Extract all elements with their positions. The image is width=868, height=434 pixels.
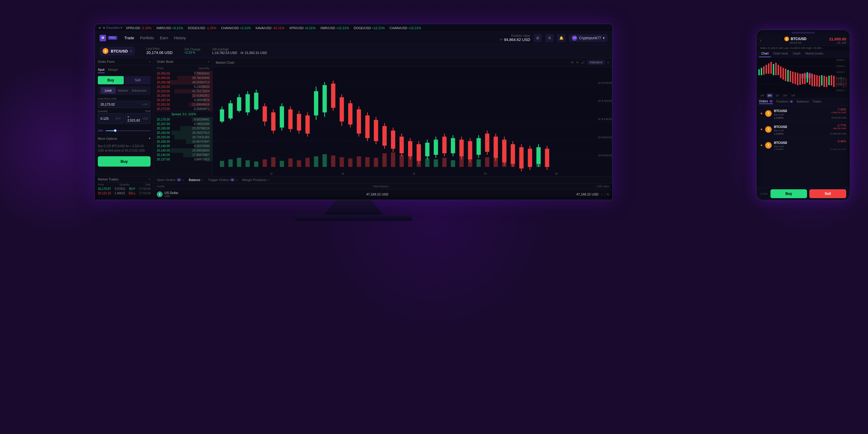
order-type-market[interactable]: Market [116, 87, 130, 94]
ticker-item-doge1[interactable]: DOGE/USD -1.25% [188, 26, 217, 30]
ticker-item-chain2[interactable]: CHAIN/USD +12.21% [390, 26, 421, 30]
trigger-orders-close[interactable]: × [236, 178, 238, 182]
mobile-tab-balances[interactable]: Balances [797, 100, 809, 104]
notification-icon-btn[interactable]: 🔔 [557, 34, 565, 42]
nav-earn[interactable]: Earn [160, 34, 168, 41]
mobile-tab-chart[interactable]: Chart [759, 51, 771, 57]
mobile-tf-1d[interactable]: 1D [774, 93, 780, 97]
mobile-tab-orderbook[interactable]: Order book [771, 51, 790, 57]
deposit-icon[interactable]: ↑ [601, 193, 602, 196]
tab-trigger-orders[interactable]: Trigger Orders 0 × [208, 177, 238, 182]
ob-bid-row[interactable]: 20,155.0028.73431355 [154, 135, 212, 140]
nav-history[interactable]: History [174, 34, 186, 41]
user-dropdown[interactable]: CP Cryptopunk77 ▾ [569, 34, 608, 42]
submit-buy-button[interactable]: Buy [98, 156, 151, 167]
indicators-button[interactable]: Indicators [587, 60, 604, 65]
more-options-row[interactable]: More Options ▾ [95, 135, 154, 142]
symbol-selector[interactable]: ₿ BTC/USD ▾ [100, 47, 135, 55]
nav-trade[interactable]: Trade [124, 34, 134, 41]
percent-icon[interactable]: % [607, 193, 609, 196]
pencil-icon[interactable]: ✏ [576, 60, 579, 64]
ticker-item-xpr1[interactable]: XPR/USD -2.18% [126, 26, 151, 30]
buy-button[interactable]: Buy [98, 76, 124, 84]
svg-rect-101 [280, 161, 284, 167]
mobile-sell-button[interactable]: Sell [809, 189, 846, 198]
ob-ask-row[interactable]: 20,187.004.28909978 [154, 98, 212, 102]
ob-bid-row[interactable]: 20,170.009.58339481 [154, 117, 212, 122]
slider-thumb[interactable] [114, 129, 117, 132]
svg-text:22000: 22000 [598, 81, 612, 84]
mobile-tab-trades[interactable]: Market trades [803, 51, 826, 57]
mobile-tf-1w[interactable]: 1W [782, 93, 789, 97]
ob-ask-row[interactable]: 20,450.007.78583442 [154, 71, 212, 76]
mobile-order-star-1[interactable]: ★ [760, 112, 763, 115]
mobile-order-star-2[interactable]: ★ [760, 128, 763, 131]
quantity-input[interactable]: 0.125 BTC [98, 113, 124, 124]
slider-track[interactable] [105, 130, 151, 131]
favorites-dropdown[interactable]: ★ ★ Favorites ▾ [98, 26, 122, 30]
ob-bid-row[interactable]: 20,165.0023.20798216 [154, 126, 212, 131]
order-type-advanced[interactable]: Advanced [130, 87, 148, 94]
ob-ask-row[interactable]: 20,310.0041.75172824 [154, 89, 212, 93]
mobile-tf-5h[interactable]: 5H [767, 93, 773, 97]
ticker-item-xmr2[interactable]: XMR/USD +12.21% [320, 26, 349, 30]
ticker-item-xmr1[interactable]: XMR/USD +0.21% [156, 26, 183, 30]
order-type-limit[interactable]: Limit [101, 87, 116, 94]
ob-bid-row[interactable]: 20,145.0029.59558830 [154, 148, 212, 153]
ticker-item-kava[interactable]: KAVA/USD -42.21% [255, 26, 284, 30]
order-form-close[interactable]: × [149, 60, 151, 63]
tab-balance[interactable]: Balance × [189, 177, 203, 182]
ob-ask-row[interactable]: 20,181.0011.69549418 [154, 102, 212, 107]
tab-open-orders[interactable]: Open Orders 3 × [157, 177, 184, 182]
ob-bid-row[interactable]: 20,150.0019.46747847 [154, 140, 212, 144]
ob-ask-row[interactable]: 20,200.0010.41982052 [154, 93, 212, 98]
order-book-close[interactable]: × [208, 60, 210, 63]
ob-bid-row[interactable]: 20,140.0017.95979887 [154, 153, 212, 157]
mobile-buy-button[interactable]: Buy [771, 189, 807, 198]
mobile-tab-depth[interactable]: Depth [790, 51, 803, 57]
sell-button[interactable]: Sell [125, 76, 151, 84]
tab-margin[interactable]: Margin [108, 68, 118, 73]
limit-price-input[interactable]: 20,173.02 USD [98, 101, 151, 108]
ob-ask-row[interactable]: 20,173.000.25804971 [154, 107, 212, 111]
ticker-item-xpr2[interactable]: XPR/USD +0.21% [289, 26, 315, 30]
ob-ask-row[interactable]: 20,290.0049.92954713 [154, 80, 212, 85]
order-form-tabs: Spot Margin [95, 65, 154, 74]
col-assets: Assets [157, 185, 165, 188]
svg-rect-117 [416, 152, 421, 167]
open-orders-close[interactable]: × [182, 178, 184, 182]
settings-icon-btn[interactable]: ⚙ [546, 34, 554, 42]
mobile-order-star-3[interactable]: ★ [760, 144, 763, 147]
mobile-tf-1m[interactable]: 1M [789, 93, 797, 97]
grid-icon-btn[interactable]: ⊞ [534, 34, 542, 42]
market-trades-close[interactable]: × [149, 177, 151, 181]
svg-rect-131 [536, 155, 541, 167]
mobile-tab-trades[interactable]: Trades [812, 100, 822, 104]
ticker-item-doge2[interactable]: DOGE/USD +12.21% [354, 26, 385, 30]
ob-qty-header: Quantity [198, 67, 210, 70]
nav-portfolio[interactable]: Portfolio [140, 34, 154, 41]
ob-bid-row[interactable]: 20,137.003.88473913 [154, 157, 212, 162]
cursor-icon[interactable]: ✛ [571, 60, 574, 64]
logo-pro-badge: PRO [108, 36, 117, 40]
total-input[interactable]: ≈ 2,521.62 USD [125, 113, 151, 124]
btc-icon: ₿ [102, 48, 108, 54]
tab-margin-positions[interactable]: Margin Positions × [242, 177, 269, 182]
mobile-tf-1h[interactable]: 1H [759, 93, 766, 97]
balance-close[interactable]: × [202, 178, 203, 182]
hide-balance-icon[interactable]: 👁 [500, 38, 503, 41]
ob-ask-row[interactable]: 20,400.0039.76629949 [154, 76, 212, 80]
ob-ask-row[interactable]: 20,220.005.23639634 [154, 85, 212, 89]
marker-icon[interactable]: 🖊 [581, 60, 585, 64]
ob-bid-row[interactable]: 20,160.0030.26027613 [154, 131, 212, 135]
mobile-back-button[interactable]: ‹ [760, 38, 762, 43]
mobile-tab-orders[interactable]: Orders 3 [759, 100, 773, 104]
chart-close[interactable]: × [607, 61, 609, 64]
ob-bid-row[interactable]: 20,149.009.18370000 [154, 144, 212, 148]
tab-spot[interactable]: Spot [98, 68, 104, 73]
ticker-item-chain1[interactable]: CHAIN/USD +2.21% [221, 26, 251, 30]
margin-positions-close[interactable]: × [267, 178, 269, 182]
mobile-tab-positions[interactable]: Positions 2 [776, 100, 793, 104]
ob-bid-row[interactable]: 20,167.006.59652599 [154, 122, 212, 126]
withdraw-icon[interactable]: ↓ [604, 193, 606, 196]
